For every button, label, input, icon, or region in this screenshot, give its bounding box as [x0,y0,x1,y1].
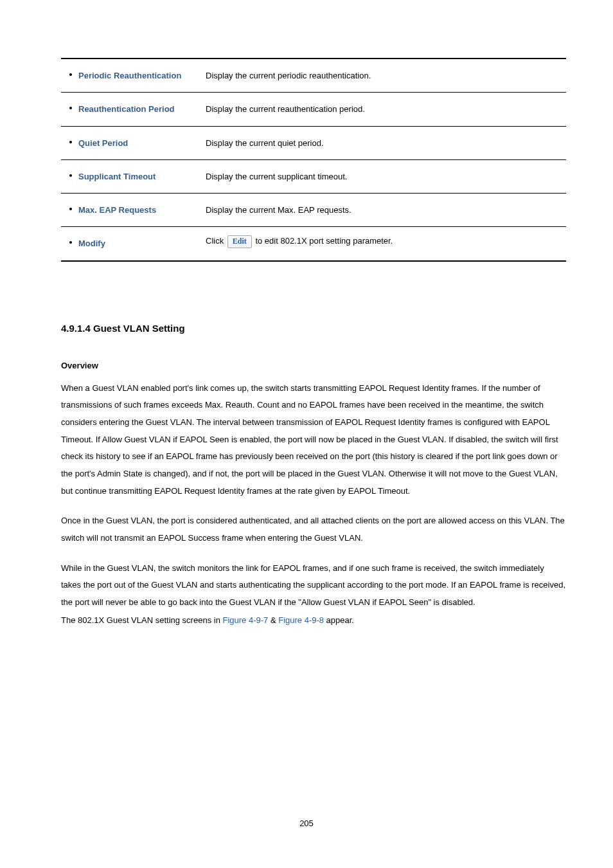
modify-suffix: to edit 802.1X port setting parameter. [253,237,393,246]
param-label-cell: Supplicant Timeout [61,159,199,193]
modify-prefix: Click [206,237,226,246]
p4-prefix: The 802.1X Guest VLAN setting screens in [61,615,222,625]
param-desc: Display the current Max. EAP requests. [199,194,566,227]
table-row: Supplicant TimeoutDisplay the current su… [61,159,566,193]
overview-paragraph-1: When a Guest VLAN enabled port's link co… [61,380,566,500]
param-desc: Display the current reauthentication per… [199,93,566,126]
param-label-cell: Periodic Reauthentication [61,59,199,93]
figure-link-2[interactable]: Figure 4-9-8 [278,615,324,625]
edit-button[interactable]: Edit [227,235,252,248]
table-row-modify: ModifyClick Edit to edit 802.1X port set… [61,227,566,261]
param-label-cell: Modify [61,227,199,261]
bullet-icon [69,107,72,109]
figure-link-1[interactable]: Figure 4-9-7 [222,615,268,625]
table-row: Reauthentication PeriodDisplay the curre… [61,93,566,126]
param-label: Max. EAP Requests [78,201,156,219]
param-desc: Display the current periodic reauthentic… [199,59,566,93]
param-label: Quiet Period [78,134,128,152]
param-desc: Display the current quiet period. [199,126,566,159]
p4-suffix: appear. [324,615,354,625]
param-label-cell: Reauthentication Period [61,93,199,126]
table-row: Max. EAP RequestsDisplay the current Max… [61,194,566,227]
p4-amp: & [268,615,278,625]
bullet-icon [69,141,72,143]
overview-paragraph-2: Once in the Guest VLAN, the port is cons… [61,512,566,547]
table-row: Periodic ReauthenticationDisplay the cur… [61,59,566,93]
param-label: Reauthentication Period [78,100,175,118]
param-label: Modify [78,235,105,252]
bullet-icon [69,174,72,177]
page-number: 205 [0,818,613,828]
overview-paragraph-3: While in the Guest VLAN, the switch moni… [61,560,566,611]
param-label: Periodic Reauthentication [78,67,181,84]
bullet-icon [69,241,72,244]
bullet-icon [69,208,72,210]
section-heading: 4.9.1.4 Guest VLAN Setting [61,323,566,334]
overview-heading: Overview [61,361,566,370]
param-label: Supplicant Timeout [78,168,155,185]
bullet-icon [69,73,72,76]
table-row: Quiet PeriodDisplay the current quiet pe… [61,126,566,159]
param-label-cell: Quiet Period [61,126,199,159]
param-label-cell: Max. EAP Requests [61,194,199,227]
parameter-table: Periodic ReauthenticationDisplay the cur… [61,58,566,262]
param-desc: Display the current supplicant timeout. [199,159,566,193]
overview-paragraph-4: The 802.1X Guest VLAN setting screens in… [61,612,566,629]
param-desc: Click Edit to edit 802.1X port setting p… [199,227,566,261]
